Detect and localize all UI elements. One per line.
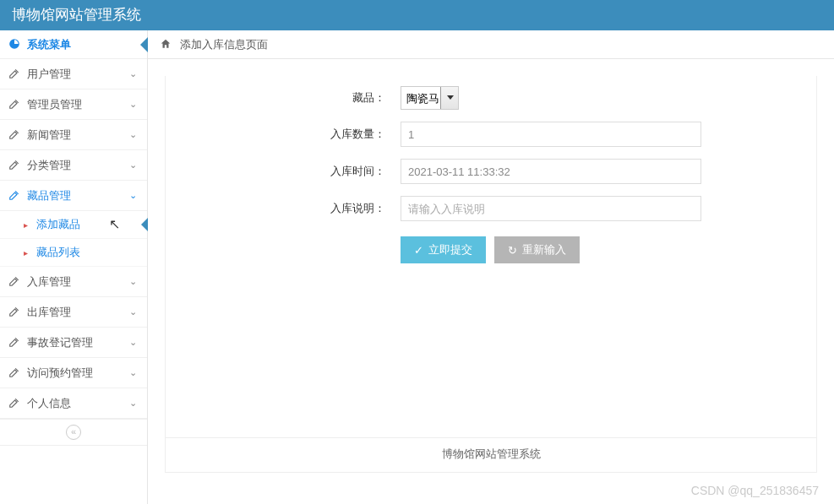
time-input[interactable] xyxy=(401,159,701,184)
label-desc: 入库说明： xyxy=(166,201,401,216)
submit-label: 立即提交 xyxy=(428,242,472,257)
main-container: 系统菜单 用户管理 ⌄ 管理员管理 ⌄ 新闻管理 ⌄ 分类管理 ⌄ 藏品管理 ⌄ xyxy=(0,30,834,504)
sidebar-item-collection[interactable]: 藏品管理 ⌄ xyxy=(0,181,147,211)
sidebar-item-label: 入库管理 xyxy=(27,274,71,290)
sidebar-item-outbound[interactable]: 出库管理 ⌄ xyxy=(0,297,147,328)
chevron-down-icon: ⌄ xyxy=(129,68,137,79)
footer: 博物馆网站管理系统 xyxy=(166,437,816,462)
button-row: ✓ 立即提交 ↻ 重新输入 xyxy=(166,236,816,263)
chevron-down-icon: ⌄ xyxy=(129,160,137,171)
submenu-collection-list[interactable]: ▸ 藏品列表 xyxy=(0,239,147,267)
edit-icon xyxy=(8,128,20,141)
sidebar-item-news[interactable]: 新闻管理 ⌄ xyxy=(0,120,147,150)
sidebar: 系统菜单 用户管理 ⌄ 管理员管理 ⌄ 新闻管理 ⌄ 分类管理 ⌄ 藏品管理 ⌄ xyxy=(0,30,148,504)
sidebar-item-profile[interactable]: 个人信息 ⌄ xyxy=(0,388,147,419)
chevron-down-icon: ⌄ xyxy=(129,276,137,287)
watermark: CSDN @qq_251836457 xyxy=(691,484,819,497)
form-row-desc: 入库说明： xyxy=(166,196,816,221)
label-quantity: 入库数量： xyxy=(166,127,401,142)
edit-icon xyxy=(8,275,20,288)
reset-button[interactable]: ↻ 重新输入 xyxy=(494,236,580,263)
sidebar-item-label: 事故登记管理 xyxy=(27,335,93,350)
chevron-down-icon: ⌄ xyxy=(129,367,137,378)
sidebar-item-accident[interactable]: 事故登记管理 ⌄ xyxy=(0,328,147,358)
chevron-down-icon: ⌄ xyxy=(129,129,137,140)
form-row-quantity: 入库数量： xyxy=(166,122,816,147)
sidebar-item-admins[interactable]: 管理员管理 ⌄ xyxy=(0,89,147,120)
collection-select[interactable]: 陶瓷马 xyxy=(401,86,459,110)
label-time: 入库时间： xyxy=(166,164,401,179)
sidebar-item-category[interactable]: 分类管理 ⌄ xyxy=(0,150,147,181)
sidebar-item-visit[interactable]: 访问预约管理 ⌄ xyxy=(0,358,147,388)
reset-label: 重新输入 xyxy=(522,242,566,257)
dashboard-icon xyxy=(8,38,20,51)
edit-icon xyxy=(8,159,20,171)
form-row-collection: 藏品： 陶瓷马 xyxy=(166,86,816,110)
check-icon: ✓ xyxy=(414,244,423,257)
sidebar-item-label: 藏品管理 xyxy=(27,188,71,203)
submenu-add-collection[interactable]: ▸ 添加藏品 xyxy=(0,211,147,239)
sidebar-item-inbound[interactable]: 入库管理 ⌄ xyxy=(0,267,147,297)
form-row-time: 入库时间： xyxy=(166,159,816,184)
edit-icon xyxy=(8,336,20,349)
footer-text: 博物馆网站管理系统 xyxy=(442,447,541,460)
form-area: 藏品： 陶瓷马 入库数量： 入库时间： 入库说明： xyxy=(148,59,834,504)
main-content: 添加入库信息页面 藏品： 陶瓷马 入库数量： 入库时间： xyxy=(148,30,834,504)
sidebar-item-label: 访问预约管理 xyxy=(27,366,93,381)
sidebar-menu-title: 系统菜单 xyxy=(27,37,71,52)
submit-button[interactable]: ✓ 立即提交 xyxy=(401,236,486,263)
sidebar-menu-header: 系统菜单 xyxy=(0,30,147,59)
sidebar-item-label: 用户管理 xyxy=(27,67,71,82)
label-collection: 藏品： xyxy=(166,90,401,106)
bullet-icon: ▸ xyxy=(24,248,28,257)
breadcrumb: 添加入库信息页面 xyxy=(148,30,834,59)
chevron-down-icon: ⌄ xyxy=(129,190,137,201)
chevron-down-icon: ⌄ xyxy=(129,99,137,110)
breadcrumb-title: 添加入库信息页面 xyxy=(180,38,268,51)
edit-icon xyxy=(8,366,20,379)
sidebar-item-label: 个人信息 xyxy=(27,396,71,411)
submenu-label: 添加藏品 xyxy=(36,217,80,232)
sidebar-item-label: 分类管理 xyxy=(27,158,71,173)
sidebar-item-label: 管理员管理 xyxy=(27,97,82,112)
chevron-down-icon: ⌄ xyxy=(129,306,137,317)
sidebar-item-label: 新闻管理 xyxy=(27,127,71,143)
chevron-down-icon: ⌄ xyxy=(129,398,137,409)
submenu-label: 藏品列表 xyxy=(36,245,80,260)
app-header: 博物馆网站管理系统 xyxy=(0,0,834,30)
edit-icon xyxy=(8,306,20,318)
edit-icon xyxy=(8,189,20,202)
edit-icon xyxy=(8,98,20,111)
home-icon xyxy=(160,38,175,51)
quantity-input[interactable] xyxy=(401,122,701,147)
select-wrap: 陶瓷马 xyxy=(401,86,459,110)
bullet-icon: ▸ xyxy=(24,220,28,230)
desc-input[interactable] xyxy=(401,196,701,221)
collapse-icon: « xyxy=(66,425,81,440)
edit-icon xyxy=(8,397,20,409)
form-panel: 藏品： 陶瓷马 入库数量： 入库时间： 入库说明： xyxy=(165,76,817,473)
sidebar-item-users[interactable]: 用户管理 ⌄ xyxy=(0,59,147,89)
sidebar-collapse-button[interactable]: « xyxy=(0,419,147,446)
refresh-icon: ↻ xyxy=(508,244,517,257)
app-title: 博物馆网站管理系统 xyxy=(12,7,141,23)
sidebar-item-label: 出库管理 xyxy=(27,305,71,320)
chevron-down-icon: ⌄ xyxy=(129,337,137,348)
edit-icon xyxy=(8,68,20,80)
